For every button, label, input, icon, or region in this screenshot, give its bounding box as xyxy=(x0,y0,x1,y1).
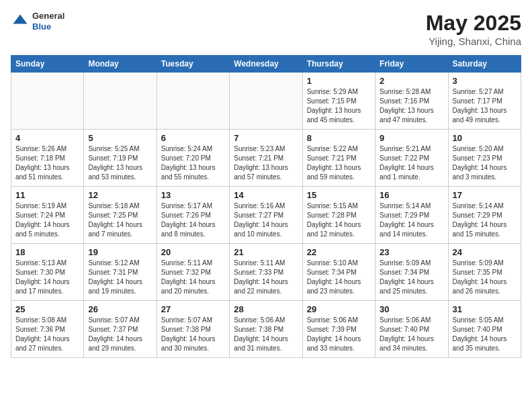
calendar-cell: 23Sunrise: 5:09 AM Sunset: 7:34 PM Dayli… xyxy=(375,244,448,301)
day-info: Sunrise: 5:12 AM Sunset: 7:31 PM Dayligh… xyxy=(88,259,152,296)
day-info: Sunrise: 5:07 AM Sunset: 7:38 PM Dayligh… xyxy=(161,316,225,353)
day-number: 3 xyxy=(453,76,517,86)
title-block: May 2025 Yijing, Shanxi, China xyxy=(426,11,521,47)
logo-icon xyxy=(11,12,30,31)
calendar-header-row: SundayMondayTuesdayWednesdayThursdayFrid… xyxy=(11,56,521,73)
day-info: Sunrise: 5:08 AM Sunset: 7:36 PM Dayligh… xyxy=(15,316,79,353)
calendar-cell: 16Sunrise: 5:14 AM Sunset: 7:29 PM Dayli… xyxy=(375,187,448,244)
logo-general: General xyxy=(32,11,64,21)
calendar-cell xyxy=(230,73,302,130)
day-number: 11 xyxy=(15,190,79,200)
svg-marker-0 xyxy=(13,14,28,24)
day-info: Sunrise: 5:09 AM Sunset: 7:34 PM Dayligh… xyxy=(380,259,443,296)
day-number: 2 xyxy=(380,76,443,86)
calendar-cell: 9Sunrise: 5:21 AM Sunset: 7:22 PM Daylig… xyxy=(375,130,448,187)
calendar-cell: 19Sunrise: 5:12 AM Sunset: 7:31 PM Dayli… xyxy=(84,244,157,301)
day-number: 30 xyxy=(380,304,443,314)
day-number: 19 xyxy=(88,247,152,257)
calendar-cell: 26Sunrise: 5:07 AM Sunset: 7:37 PM Dayli… xyxy=(84,301,157,358)
page-header: General Blue May 2025 Yijing, Shanxi, Ch… xyxy=(11,11,521,47)
day-info: Sunrise: 5:21 AM Sunset: 7:22 PM Dayligh… xyxy=(380,144,443,182)
calendar-cell: 22Sunrise: 5:10 AM Sunset: 7:34 PM Dayli… xyxy=(302,244,375,301)
day-info: Sunrise: 5:19 AM Sunset: 7:24 PM Dayligh… xyxy=(15,201,79,239)
calendar-cell: 27Sunrise: 5:07 AM Sunset: 7:38 PM Dayli… xyxy=(157,301,229,358)
day-number: 21 xyxy=(234,247,298,257)
day-number: 23 xyxy=(380,247,443,257)
day-number: 15 xyxy=(307,190,371,200)
calendar-week-3: 11Sunrise: 5:19 AM Sunset: 7:24 PM Dayli… xyxy=(11,187,521,244)
day-info: Sunrise: 5:14 AM Sunset: 7:29 PM Dayligh… xyxy=(453,201,517,239)
day-number: 4 xyxy=(15,133,79,143)
day-number: 6 xyxy=(161,133,225,143)
calendar-cell: 18Sunrise: 5:13 AM Sunset: 7:30 PM Dayli… xyxy=(11,244,84,301)
day-number: 26 xyxy=(88,304,152,314)
day-info: Sunrise: 5:24 AM Sunset: 7:20 PM Dayligh… xyxy=(161,144,225,182)
logo-blue: Blue xyxy=(32,21,64,32)
day-number: 22 xyxy=(307,247,371,257)
calendar-week-1: 1Sunrise: 5:29 AM Sunset: 7:15 PM Daylig… xyxy=(11,73,521,130)
calendar-cell: 20Sunrise: 5:11 AM Sunset: 7:32 PM Dayli… xyxy=(157,244,229,301)
day-header-friday: Friday xyxy=(375,56,448,73)
day-header-tuesday: Tuesday xyxy=(157,56,229,73)
calendar-cell: 6Sunrise: 5:24 AM Sunset: 7:20 PM Daylig… xyxy=(157,130,229,187)
day-info: Sunrise: 5:18 AM Sunset: 7:25 PM Dayligh… xyxy=(88,201,152,239)
calendar-cell: 29Sunrise: 5:06 AM Sunset: 7:39 PM Dayli… xyxy=(302,301,375,358)
day-header-monday: Monday xyxy=(84,56,157,73)
calendar-cell: 1Sunrise: 5:29 AM Sunset: 7:15 PM Daylig… xyxy=(302,73,375,130)
calendar-cell: 30Sunrise: 5:06 AM Sunset: 7:40 PM Dayli… xyxy=(375,301,448,358)
day-number: 9 xyxy=(380,133,443,143)
day-header-thursday: Thursday xyxy=(302,56,375,73)
day-number: 14 xyxy=(234,190,298,200)
day-info: Sunrise: 5:05 AM Sunset: 7:40 PM Dayligh… xyxy=(453,316,517,353)
main-title: May 2025 xyxy=(426,11,521,36)
day-info: Sunrise: 5:06 AM Sunset: 7:39 PM Dayligh… xyxy=(307,316,371,353)
calendar-cell: 8Sunrise: 5:22 AM Sunset: 7:21 PM Daylig… xyxy=(302,130,375,187)
day-info: Sunrise: 5:09 AM Sunset: 7:35 PM Dayligh… xyxy=(453,259,517,296)
calendar-cell: 7Sunrise: 5:23 AM Sunset: 7:21 PM Daylig… xyxy=(230,130,302,187)
day-info: Sunrise: 5:11 AM Sunset: 7:32 PM Dayligh… xyxy=(161,259,225,296)
calendar-cell: 3Sunrise: 5:27 AM Sunset: 7:17 PM Daylig… xyxy=(448,73,521,130)
day-number: 16 xyxy=(380,190,443,200)
day-number: 18 xyxy=(15,247,79,257)
calendar-week-4: 18Sunrise: 5:13 AM Sunset: 7:30 PM Dayli… xyxy=(11,244,521,301)
day-header-saturday: Saturday xyxy=(448,56,521,73)
day-number: 27 xyxy=(161,304,225,314)
day-number: 12 xyxy=(88,190,152,200)
day-info: Sunrise: 5:23 AM Sunset: 7:21 PM Dayligh… xyxy=(234,144,298,182)
calendar-cell: 13Sunrise: 5:17 AM Sunset: 7:26 PM Dayli… xyxy=(157,187,229,244)
day-info: Sunrise: 5:14 AM Sunset: 7:29 PM Dayligh… xyxy=(380,201,443,239)
day-info: Sunrise: 5:25 AM Sunset: 7:19 PM Dayligh… xyxy=(88,144,152,182)
calendar-cell: 17Sunrise: 5:14 AM Sunset: 7:29 PM Dayli… xyxy=(448,187,521,244)
location-subtitle: Yijing, Shanxi, China xyxy=(426,36,521,47)
calendar-week-5: 25Sunrise: 5:08 AM Sunset: 7:36 PM Dayli… xyxy=(11,301,521,358)
day-number: 13 xyxy=(161,190,225,200)
day-info: Sunrise: 5:29 AM Sunset: 7:15 PM Dayligh… xyxy=(307,87,371,125)
day-info: Sunrise: 5:13 AM Sunset: 7:30 PM Dayligh… xyxy=(15,259,79,296)
day-info: Sunrise: 5:22 AM Sunset: 7:21 PM Dayligh… xyxy=(307,144,371,182)
day-info: Sunrise: 5:11 AM Sunset: 7:33 PM Dayligh… xyxy=(234,259,298,296)
day-info: Sunrise: 5:17 AM Sunset: 7:26 PM Dayligh… xyxy=(161,201,225,239)
calendar-cell: 21Sunrise: 5:11 AM Sunset: 7:33 PM Dayli… xyxy=(230,244,302,301)
logo: General Blue xyxy=(11,11,64,32)
day-number: 7 xyxy=(234,133,298,143)
day-info: Sunrise: 5:26 AM Sunset: 7:18 PM Dayligh… xyxy=(15,144,79,182)
day-number: 29 xyxy=(307,304,371,314)
day-info: Sunrise: 5:16 AM Sunset: 7:27 PM Dayligh… xyxy=(234,201,298,239)
day-number: 24 xyxy=(453,247,517,257)
calendar-cell: 4Sunrise: 5:26 AM Sunset: 7:18 PM Daylig… xyxy=(11,130,84,187)
day-info: Sunrise: 5:06 AM Sunset: 7:38 PM Dayligh… xyxy=(234,316,298,353)
day-info: Sunrise: 5:07 AM Sunset: 7:37 PM Dayligh… xyxy=(88,316,152,353)
day-number: 28 xyxy=(234,304,298,314)
calendar-cell: 5Sunrise: 5:25 AM Sunset: 7:19 PM Daylig… xyxy=(84,130,157,187)
day-number: 8 xyxy=(307,133,371,143)
day-number: 31 xyxy=(453,304,517,314)
day-header-wednesday: Wednesday xyxy=(230,56,302,73)
calendar-cell: 31Sunrise: 5:05 AM Sunset: 7:40 PM Dayli… xyxy=(448,301,521,358)
day-info: Sunrise: 5:15 AM Sunset: 7:28 PM Dayligh… xyxy=(307,201,371,239)
calendar-cell: 15Sunrise: 5:15 AM Sunset: 7:28 PM Dayli… xyxy=(302,187,375,244)
calendar-cell: 25Sunrise: 5:08 AM Sunset: 7:36 PM Dayli… xyxy=(11,301,84,358)
calendar-week-2: 4Sunrise: 5:26 AM Sunset: 7:18 PM Daylig… xyxy=(11,130,521,187)
day-number: 1 xyxy=(307,76,371,86)
calendar-cell: 10Sunrise: 5:20 AM Sunset: 7:23 PM Dayli… xyxy=(448,130,521,187)
day-number: 5 xyxy=(88,133,152,143)
